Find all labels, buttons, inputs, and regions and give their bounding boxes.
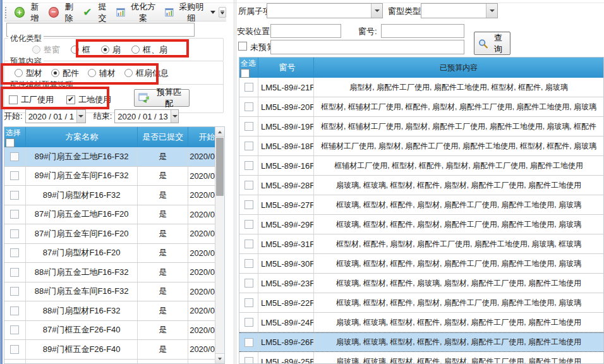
plan-submitted-cell: 是 [138, 167, 188, 186]
row-checkbox[interactable] [10, 268, 19, 277]
plan-table-row[interactable]: 87#门扇五金车间F16-F20 是 2020/0 [4, 224, 224, 244]
budget-table: 全选 窗号 已预算内容 LM5L-89#-21F19 扇型材, 扇配件工厂使用,… [239, 57, 604, 364]
plan-table-row[interactable]: 88#门扇型材F16-F32 是 2020/0 [4, 301, 224, 321]
scroll-down-icon[interactable] [215, 353, 224, 363]
window-no-cell: LM5L-89#-20F18 [258, 97, 314, 116]
plan-submitted-cell: 是 [138, 321, 188, 340]
add-button[interactable]: 新增 [11, 0, 45, 25]
row-checkbox[interactable] [245, 240, 253, 248]
row-checkbox[interactable] [10, 345, 19, 354]
budget-table-row[interactable]: LM5L-89#-21F19 扇型材, 扇配件工厂使用, 扇配件工地使用, 框型… [239, 78, 603, 97]
submit-button[interactable]: 提交 [80, 0, 113, 25]
row-checkbox[interactable] [245, 122, 253, 131]
row-checkbox[interactable] [245, 181, 253, 190]
plan-table-row[interactable]: 87#门扇型材F16-F20 是 2020/0 [4, 244, 224, 264]
window-no-cell: LM5L-89#-26F24 [258, 333, 314, 351]
budget-table-row[interactable]: LM5L-89#-22F20 框玻璃, 框型材, 框配件, 扇型材, 扇配件工厂… [239, 293, 603, 313]
plan-table-row[interactable]: 89#门扇五金车间F16-F32 是 2020/0 [4, 167, 224, 186]
budget-match-button[interactable]: 预算匹配 [134, 89, 190, 107]
plan-table-row[interactable]: 88#门扇五金车间F16-F32 是 2020/0 [4, 282, 224, 302]
row-checkbox[interactable] [245, 142, 253, 150]
row-checkbox[interactable] [10, 325, 19, 334]
sub-item-combo[interactable] [267, 3, 383, 18]
dropdown-arrow-icon[interactable] [486, 4, 497, 18]
row-checkbox[interactable] [245, 259, 253, 268]
row-checkbox[interactable] [10, 171, 19, 180]
row-checkbox[interactable] [10, 152, 19, 161]
row-checkbox[interactable] [10, 287, 19, 296]
plan-table-row[interactable]: 87#门扇五金工地F16-F20 是 2020/0 [4, 205, 224, 225]
row-select-cell [239, 195, 258, 214]
budget-table-row[interactable]: LM5L-89#-24F22 扇玻璃, 框玻璃, 框型材, 框配件, 扇型材, … [239, 313, 603, 332]
plan-table-row[interactable]: 88#门框五金F21-F40 是 2020/0 [4, 360, 224, 364]
row-checkbox[interactable] [245, 338, 253, 347]
row-checkbox[interactable] [10, 191, 19, 200]
start-date-picker[interactable]: 2020 / 01 / 1 [25, 109, 86, 123]
dropdown-arrow-icon[interactable] [371, 4, 382, 18]
row-checkbox[interactable] [10, 248, 19, 257]
budget-table-row[interactable]: LM5L-89#-29F27 框玻璃, 框型材, 框配件, 扇型材, 扇配件工厂… [239, 215, 603, 234]
date-range: 开始: 2020 / 01 / 1 结束: 2020 / 01 / 13 [4, 109, 179, 124]
scroll-up-icon[interactable] [215, 127, 224, 137]
panel-splitter[interactable] [236, 0, 236, 364]
row-checkbox[interactable] [10, 210, 19, 219]
budget-table-row[interactable]: LM5L-89#-27F25 框玻璃, 框型材, 框配件, 扇型材, 扇配件工厂… [239, 195, 603, 215]
row-checkbox[interactable] [245, 279, 253, 288]
collapsed-side-panel-strip[interactable] [0, 0, 3, 364]
end-date-picker[interactable]: 2020 / 01 / 13 [114, 109, 179, 123]
toolbar-overflow-button[interactable] [219, 7, 226, 18]
purchase-detail-button[interactable]: 采购明细 [162, 0, 219, 25]
budget-table-row[interactable]: LM5L-89#-23F21 框玻璃, 框型材, 框配件, 扇玻璃, 扇型材, … [239, 274, 603, 293]
dropdown-arrow-icon[interactable] [76, 110, 85, 123]
budget-table-row[interactable]: LM5L-89#-31F29 框型材, 框配件, 扇型材, 扇配件工厂使用, 扇… [239, 234, 603, 254]
panel-splitter[interactable] [234, 0, 234, 364]
select-all-checkbox[interactable] [241, 69, 250, 78]
install-pos-input[interactable] [270, 24, 341, 38]
row-checkbox[interactable] [245, 161, 253, 170]
budget-table-row[interactable]: LM5L-89#-25F23 扇玻璃, 框玻璃, 框型材, 框配件, 扇型材, … [239, 352, 603, 364]
dropdown-arrow-icon[interactable] [171, 110, 178, 123]
row-checkbox[interactable] [245, 220, 253, 229]
plan-table-row[interactable]: 87#门框五金F26-F40 是 2020/0 [4, 321, 224, 341]
plan-table-row[interactable]: 89#门扇五金工地F16-F32 是 2020/0 [4, 147, 224, 167]
scrollbar-thumb[interactable] [216, 138, 224, 196]
end-date-value: 2020 / 01 / 13 [115, 112, 171, 121]
select-all-checkbox[interactable] [6, 138, 15, 147]
row-select-cell [239, 254, 258, 273]
budget-table-row[interactable]: LM5L-89#-16F15 框辅材工厂使用, 框型材, 框配件, 扇型材, 扇… [239, 156, 603, 176]
budget-table-row[interactable]: LM5L-89#-18F16 框辅材工厂使用, 扇型材, 扇配件工厂使用, 扇配… [239, 136, 603, 156]
row-checkbox[interactable] [10, 306, 19, 315]
query-button[interactable]: 查询 [474, 32, 510, 55]
row-checkbox[interactable] [245, 200, 253, 209]
budget-table-row[interactable]: LM5L-89#-20F18 框型材, 框辅材工厂使用, 框配件, 扇型材, 扇… [239, 97, 603, 117]
query-button-label: 查询 [490, 32, 506, 55]
opt-type-radio[interactable]: 整窗 [32, 44, 60, 56]
row-checkbox[interactable] [245, 357, 253, 364]
row-checkbox[interactable] [245, 298, 253, 307]
optimize-plan-button[interactable]: 优化方案 [113, 0, 162, 25]
plan-table-row[interactable]: 89#门框五金F26-F40 是 2020/0 [4, 340, 224, 360]
row-select-cell [239, 313, 258, 332]
window-type-label: 窗型类型: [388, 6, 423, 17]
row-checkbox[interactable] [245, 318, 253, 327]
window-type-combo[interactable] [421, 3, 498, 18]
window-no-cell: LM5L-89#-25F23 [258, 352, 314, 364]
row-checkbox[interactable] [245, 83, 253, 92]
budget-table-row[interactable]: LM5L-89#-30F28 框玻璃, 框型材, 框配件, 扇型材, 扇配件工厂… [239, 254, 603, 274]
plan-table-scrollbar[interactable] [215, 127, 224, 363]
no-budget-checkbox[interactable] [238, 42, 247, 51]
budget-table-row[interactable]: LM5L-89#-19F17 框型材, 框辅材工厂使用, 扇型材, 扇配件工厂使… [239, 117, 603, 136]
toolbar-grip[interactable] [5, 7, 9, 18]
budgeted-content-cell: 扇玻璃, 框玻璃, 框型材, 框配件, 扇型材, 扇配件工厂使用, 扇配件工地使… [314, 352, 603, 364]
row-checkbox[interactable] [245, 102, 253, 111]
plan-table-row[interactable]: 88#门扇五金工地F16-F32 是 2020/0 [4, 263, 224, 282]
budget-table-row[interactable]: LM5L-89#-28F26 扇玻璃, 框玻璃, 框型材, 框配件, 扇型材, … [239, 176, 603, 195]
no-budget-input[interactable] [270, 40, 464, 54]
row-checkbox[interactable] [10, 229, 19, 238]
delete-button[interactable]: 删除 [45, 0, 80, 25]
plan-name-cell: 88#门扇五金工地F16-F32 [26, 263, 138, 282]
annotation-rect-usage [1, 87, 109, 109]
budget-table-row[interactable]: LM5L-89#-26F24 扇玻璃, 框玻璃, 框型材, 框配件, 扇型材, … [239, 332, 603, 352]
plan-table-row[interactable]: 89#门扇型材F16-F32 是 2020/0 [4, 186, 224, 205]
window-no-input[interactable] [381, 24, 464, 38]
